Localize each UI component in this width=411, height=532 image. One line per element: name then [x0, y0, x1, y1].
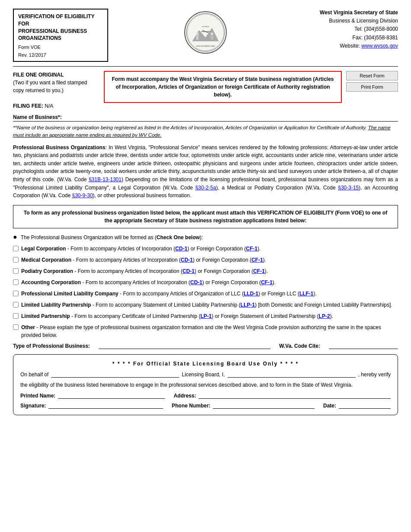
lp-lp2-link[interactable]: LP-2 — [319, 313, 330, 319]
svg-text:OF WEST: OF WEST — [202, 26, 209, 28]
link-30-3-15[interactable]: §30-3-15 — [338, 185, 359, 191]
info-bar: FILE ONE ORIGINAL (Two if you want a fil… — [13, 71, 398, 110]
center-notice: Form must accompany the West Virginia Se… — [104, 71, 342, 103]
medical-corp-label: Medical Corporation - Form to accompany … — [21, 256, 266, 264]
legal-corp-checkbox[interactable] — [13, 246, 19, 251]
signature-label: Signature: — [20, 403, 46, 409]
pllc-checkbox[interactable] — [13, 291, 19, 296]
tel-number: Tel: (304)558-8000 — [303, 25, 398, 33]
legal-corp-cf1-link[interactable]: CF-1 — [246, 246, 258, 252]
file-one-label: FILE ONE ORIGINAL — [13, 72, 64, 78]
printed-name-label: Printed Name: — [20, 393, 55, 399]
checkbox-podiatry-corp: Podiatry Corporation - Form to accompany… — [13, 267, 398, 275]
svg-rect-6 — [211, 35, 213, 40]
phone-group: Phone Number: — [172, 402, 315, 409]
date-input[interactable] — [339, 402, 391, 409]
code-input[interactable] — [329, 343, 398, 349]
date-group: Date: — [323, 402, 391, 409]
checkbox-medical-corp: Medical Corporation - Form to accompany … — [13, 256, 398, 264]
name-business-input[interactable] — [64, 114, 398, 120]
phone-input[interactable] — [213, 402, 315, 409]
phone-label: Phone Number: — [172, 403, 210, 409]
on-behalf-label: On behalf of — [20, 372, 48, 378]
llp-llp1-link[interactable]: LLP-1 — [241, 302, 255, 308]
bullet-check-one: ● The Professional Business Organization… — [13, 234, 398, 241]
link-30-2-5a[interactable]: §30-2-5a — [195, 185, 216, 191]
code-label: W.Va. Code Cite: — [279, 343, 320, 349]
pllc-label: Professional Limited Liability Company -… — [21, 290, 317, 298]
form-buttons: Reset Form Print Form — [346, 71, 398, 92]
signature-group: Signature: — [20, 402, 163, 409]
lp-label: Limited Partnership - Form to accompany … — [21, 312, 333, 320]
warning-box: To form as any professional business org… — [13, 205, 398, 228]
checkbox-other: Other - Please explain the type of profe… — [13, 324, 398, 339]
other-checkbox[interactable] — [13, 324, 19, 330]
header-contact: West Virginia Secretary of State Busines… — [303, 9, 398, 50]
body-paragraph: Professional Business Organizations: In … — [13, 144, 398, 200]
name-business-row: Name of Business*: — [13, 114, 398, 122]
accounting-corp-checkbox[interactable] — [13, 279, 19, 285]
file-note: (Two if you want a filed stamped copy re… — [13, 80, 87, 93]
podiatry-cf1-link[interactable]: CF-1 — [253, 268, 265, 274]
header: VERIFICATION OF ELIGIBILITY FOR PROFESSI… — [13, 9, 398, 67]
address-group: Address: — [173, 392, 391, 399]
filing-info: FILE ONE ORIGINAL (Two if you want a fil… — [13, 71, 100, 110]
checkbox-lp: Limited Partnership - Form to accompany … — [13, 312, 398, 320]
lp-checkbox[interactable] — [13, 313, 19, 319]
type-input[interactable] — [99, 343, 270, 349]
llp-checkbox[interactable] — [13, 302, 19, 308]
checkbox-accounting-corp: Accounting Corporation - Form to accompa… — [13, 279, 398, 286]
medical-corp-cd1-link[interactable]: CD-1 — [181, 257, 193, 263]
print-form-button[interactable]: Print Form — [346, 82, 398, 92]
link-30-9-30[interactable]: §30-9-30 — [72, 192, 93, 199]
checkbox-legal-corp: Legal Corporation - Form to accompany Ar… — [13, 245, 398, 253]
hereby-label: , hereby verify — [358, 372, 391, 378]
sig-row: Signature: Phone Number: Date: — [20, 402, 391, 409]
division-name: Business & Licensing Division — [303, 17, 398, 25]
legal-corp-cd1-link[interactable]: CD-1 — [175, 246, 187, 252]
medical-corp-checkbox[interactable] — [13, 257, 19, 263]
podiatry-cd1-link[interactable]: CD-1 — [183, 268, 195, 274]
signature-input[interactable] — [48, 402, 163, 409]
header-seal-area: OF WEST MONTANI SEMPER LIBERI — [108, 9, 303, 56]
printed-name-input[interactable] — [58, 392, 165, 399]
form-rev: Rev. 12/2017 — [18, 52, 103, 58]
printed-addr-row: Printed Name: Address: — [20, 392, 391, 399]
on-behalf-input[interactable] — [51, 371, 179, 378]
svg-text:MONTANI SEMPER LIBERI: MONTANI SEMPER LIBERI — [196, 45, 215, 47]
form-id: Form VOE — [18, 45, 103, 50]
accounting-cf1-link[interactable]: CF-1 — [261, 279, 273, 285]
link-31b[interactable]: §31B-13-1301 — [89, 176, 122, 183]
type-label: Type of Professional Business: — [13, 343, 90, 349]
official-box: * * * * For Official State Licensing Boa… — [13, 354, 398, 415]
eligibility-text: the eligibility of the business listed h… — [20, 381, 391, 389]
filing-fee-label: FILING FEE: — [13, 103, 43, 109]
svg-point-7 — [211, 32, 213, 35]
accounting-corp-label: Accounting Corporation - Form to accompa… — [21, 279, 276, 286]
medical-corp-cf1-link[interactable]: CF-1 — [251, 257, 263, 263]
svg-rect-4 — [196, 35, 199, 40]
address-input[interactable] — [199, 392, 391, 399]
llp-label: Limited Liability Partnership - Form to … — [21, 301, 392, 309]
header-title-box: VERIFICATION OF ELIGIBILITY FOR PROFESSI… — [13, 9, 108, 62]
svg-point-5 — [196, 32, 199, 35]
podiatry-corp-checkbox[interactable] — [13, 268, 19, 274]
accounting-cd1-link[interactable]: CD-1 — [190, 279, 202, 285]
reset-form-button[interactable]: Reset Form — [346, 71, 398, 80]
on-behalf-row: On behalf of Licensing Board, I, , hereb… — [20, 371, 391, 378]
org-name: West Virginia Secretary of State — [303, 9, 398, 17]
pllc-llf1-link[interactable]: LLF-1 — [299, 291, 314, 297]
filing-fee-value: N/A — [45, 103, 53, 109]
form-title: VERIFICATION OF ELIGIBILITY FOR PROFESSI… — [18, 13, 103, 42]
pllc-lld1-link[interactable]: LLD-1 — [244, 291, 258, 297]
checkbox-llp: Limited Liability Partnership - Form to … — [13, 301, 398, 309]
state-seal-icon: OF WEST MONTANI SEMPER LIBERI — [184, 11, 227, 54]
address-label: Address: — [173, 393, 196, 399]
name-business-label: Name of Business*: — [13, 114, 62, 120]
licensing-board-input[interactable] — [228, 371, 356, 378]
disclaimer-text: **Name of the business or organization b… — [13, 124, 398, 139]
bullet-icon: ● — [13, 234, 17, 240]
official-title: * * * * For Official State Licensing Boa… — [20, 361, 391, 367]
website-link[interactable]: www.wvsos.gov — [361, 43, 398, 49]
lp-lp1-link[interactable]: LP-1 — [200, 313, 212, 319]
